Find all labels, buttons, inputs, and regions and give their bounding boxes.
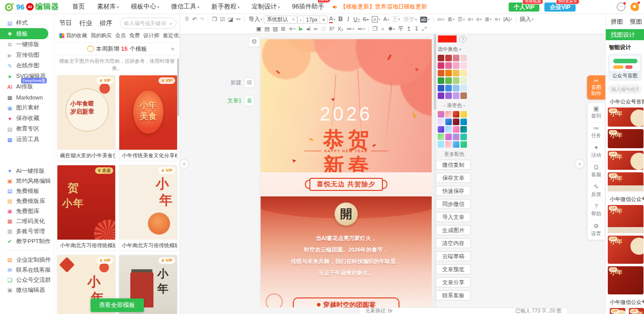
format-brush-icon[interactable]: ✏ [235,15,243,24]
right-panel-search[interactable] [608,84,642,94]
action-button[interactable]: 生成图片 [436,225,471,235]
filter-link[interactable]: 我的购买 [91,32,112,39]
bold-button[interactable]: B [337,15,344,24]
color-swatch[interactable] [438,55,444,61]
strikethrough-button[interactable]: S▾ [361,15,370,24]
nav-tutorials[interactable]: 新手教程▾ [211,3,239,11]
gradient-swatch[interactable] [460,111,467,118]
color-swatch[interactable] [460,62,467,69]
sidebar-item[interactable]: ✦AI一键排版 [0,166,54,176]
unlink-icon[interactable]: ∅ [319,25,328,33]
sidebar-item[interactable]: ▥多账号管理 [0,226,54,236]
filter-link[interactable]: 我的收藏 [59,32,87,39]
action-button[interactable]: 文章预览 [436,264,471,274]
sidebar-item[interactable]: ▦二维码美化 [0,216,54,226]
canvas-settings-gear-icon[interactable]: ⚙ [249,36,260,47]
action-button[interactable]: 清空内容 [436,238,471,248]
rail-item[interactable]: ⚙设置 [588,221,605,240]
template-card[interactable]: ♛企业贺小年小年南北方习俗传统模板 [57,165,116,251]
action-button[interactable]: 云端草稿 [436,251,471,261]
word-import-icon[interactable]: ❐ [210,15,218,24]
rail-item[interactable]: ?帮助 [588,201,605,221]
template-tab[interactable]: 行业 [79,19,92,28]
rail-item[interactable]: ✦活动 [588,142,605,162]
template-tab[interactable]: 排序 [100,19,112,28]
action-button[interactable]: 保存文章 [436,173,471,183]
gradient-swatch[interactable] [453,141,459,148]
color-swatch[interactable] [460,92,467,99]
gradient-text-button[interactable]: 渐变▾ [401,15,419,24]
flatten-icon[interactable]: 平 [396,25,405,33]
action-button[interactable]: 快速保存 [436,186,471,196]
filter-link[interactable]: 免费 [129,32,140,39]
font-size-stepper[interactable]: -17px+ [297,16,328,24]
view-all-templates-button[interactable]: 查看全部模板 [91,298,144,312]
color-swatch[interactable] [438,77,444,84]
char-style-button[interactable]: A▾ [382,15,391,24]
color-swatch[interactable] [445,85,452,91]
nav-home[interactable]: 首页 [72,3,85,11]
current-color-swatch[interactable] [438,35,457,43]
sidebar-item[interactable]: ✔教学PPT制作 [0,236,54,246]
to-top-icon[interactable]: ↥ [405,25,413,33]
align-left-button[interactable]: ☰▾ [456,15,466,24]
image-icon[interactable]: ▣ [255,25,263,33]
fullscreen-icon[interactable]: ⤢ [420,25,428,33]
decrease-size-button[interactable]: - [298,16,304,23]
nav-wechat-tools[interactable]: 微信工具▾ [171,3,199,11]
action-button[interactable]: 导入文章 [436,212,471,222]
sidebar-item[interactable]: ▦Markdown [0,92,54,102]
paragraph-spacing-button[interactable]: ≑▾ [287,25,297,33]
color-swatch[interactable] [460,85,467,91]
template-card[interactable]: ♛VIP小年食暖岁启新章藏在烟火里的小年美食仪... [57,75,116,161]
color-swatch[interactable] [453,92,459,99]
sidebar-item[interactable]: ⧉一键排版 [0,39,54,50]
template-thumb[interactable]: VIP小年 [608,236,643,264]
color-swatch[interactable] [453,62,459,69]
rail-item[interactable]: ✎反馈 [588,181,605,201]
right-panel-search-input[interactable] [611,86,638,92]
paste-icon[interactable]: ❐ [371,25,379,33]
template-search-input[interactable] [124,20,167,26]
template-thumb[interactable]: VIP小年 [608,266,643,294]
gradient-swatch[interactable] [453,134,459,140]
cover-maker-button[interactable]: ✂ 首图制作 [587,75,605,99]
sidebar-item[interactable]: ▣微信编辑器 [0,285,54,295]
sidebar-item[interactable]: ❑公众号交流群 [0,275,54,285]
gradient-swatch[interactable] [460,134,467,140]
italic-button[interactable]: I [344,15,352,24]
find-design-button[interactable]: 找图设计 [606,29,644,40]
sidebar-item[interactable]: ▨免费模版库 [0,196,54,206]
gradient-swatch[interactable] [445,126,452,133]
sidebar-item[interactable]: ▤教育专区 [0,124,54,134]
action-button[interactable]: 联系客服 [436,290,471,300]
template-thumb[interactable]: VIP小年 [610,308,625,314]
sidebar-item[interactable]: ▣简约风格编辑 [0,176,54,186]
insert-cursor-button[interactable]: I▸ [297,25,304,33]
nav-custom-design[interactable]: 定制设计▾ [252,3,280,11]
gift-icon[interactable] [630,3,639,11]
sidebar-item[interactable]: ▤样式 [0,18,54,28]
to-bottom-icon[interactable]: ↧ [413,25,420,33]
template-card[interactable]: ♛VIP小年小年南北方习俗传统模板 [119,165,178,251]
color-swatch[interactable] [438,62,444,69]
gradient-swatch[interactable] [438,134,444,140]
color-swatch[interactable] [445,62,452,69]
template-thumb[interactable]: VIP小年 [629,308,644,314]
sidebar-item[interactable]: ▤免费模板 [0,186,54,196]
nav-plugin-helper[interactable]: 96插件助手NEW [292,3,324,11]
filter-link[interactable]: 设计师 [143,32,159,39]
collapse-left-arrow[interactable]: ‹ [179,159,189,169]
rail-item[interactable]: ≔任务 [588,123,605,142]
gradient-swatch[interactable] [438,119,444,125]
canvas-scrollbar-thumb[interactable] [434,34,436,110]
redo-icon[interactable]: ↷ [198,15,206,24]
gradient-swatch[interactable] [445,134,452,140]
gradient-swatch[interactable] [438,141,444,148]
letter-spacing-button[interactable]: |A|▾ [502,15,514,24]
color-swatch[interactable] [438,85,444,91]
template-thumb[interactable]: VIP小年 [608,129,643,148]
color-swatch[interactable] [453,55,459,61]
sidebar-item[interactable]: ▧企业定制插件 [0,255,54,265]
gradient-swatch[interactable] [445,119,452,125]
